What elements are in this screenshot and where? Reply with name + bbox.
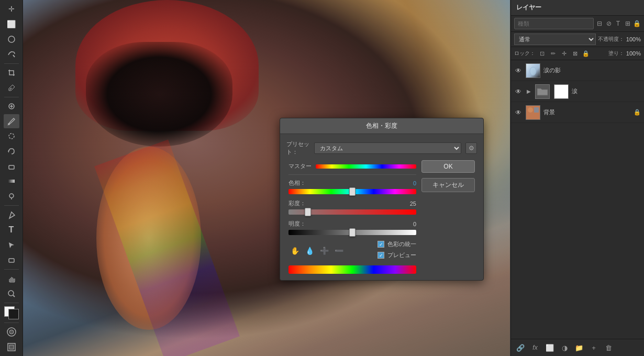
panel-title: レイヤー <box>511 0 644 16</box>
eyedropper-tool[interactable] <box>4 81 19 95</box>
svg-marker-8 <box>8 150 9 153</box>
svg-line-15 <box>13 295 15 297</box>
quick-mask[interactable] <box>4 325 19 339</box>
panel-icon-btn-3[interactable]: T <box>614 18 622 29</box>
separator-3 <box>4 205 19 206</box>
layer-item-background[interactable]: 👁 背景 🔒 <box>511 102 644 123</box>
layer-visibility-toggle-1[interactable]: 👁 <box>514 66 523 75</box>
brightness-slider-thumb[interactable] <box>349 228 356 237</box>
preset-gear-button[interactable]: ⚙ <box>465 142 477 154</box>
path-select-tool[interactable] <box>4 238 19 252</box>
layer-name-2: 涙 <box>572 87 641 95</box>
eyedropper-add-btn[interactable]: ➕ <box>318 244 330 257</box>
lock-transparent-btn[interactable]: ⊡ <box>537 49 547 58</box>
hue-slider-thumb[interactable] <box>349 187 356 196</box>
svg-rect-10 <box>8 180 15 183</box>
screen-mode[interactable] <box>4 340 19 354</box>
pen-tool[interactable] <box>4 208 19 222</box>
gradient-tool[interactable] <box>4 174 19 188</box>
layer-search-input[interactable] <box>514 18 594 29</box>
group-layers-btn[interactable]: 📁 <box>573 341 585 354</box>
delete-layer-btn[interactable]: 🗑 <box>602 341 615 354</box>
crop-tool[interactable] <box>4 66 19 80</box>
ok-button[interactable]: OK <box>421 160 475 173</box>
brightness-header: 明度： 0 <box>288 220 416 228</box>
hue-slider-track[interactable] <box>288 189 416 194</box>
layers-panel: レイヤー ⊟ ⊘ T ⊞ 🔒 通常 不透明度： 100% ロック： ⊡ ✏ ✛ … <box>510 0 644 356</box>
saturation-label: 彩度： <box>288 199 309 207</box>
lock-icons: ⊡ ✏ ✛ ⊠ 🔒 <box>537 49 591 58</box>
hue-value[interactable]: 0 <box>401 180 416 186</box>
type-tool[interactable]: T <box>4 223 19 237</box>
shape-tool[interactable] <box>4 253 19 267</box>
preset-dropdown[interactable]: カスタム <box>314 142 461 154</box>
add-fx-btn[interactable]: fx <box>529 341 541 354</box>
lock-position-btn[interactable]: ✛ <box>559 49 569 58</box>
adjustment-btn[interactable]: ◑ <box>558 341 571 354</box>
dodge-burn-tool[interactable] <box>4 190 19 204</box>
eraser-tool[interactable] <box>4 159 19 173</box>
layer-name-1: 涙の影 <box>543 66 641 74</box>
fill-value[interactable]: 100% <box>626 50 641 57</box>
svg-line-1 <box>13 55 15 57</box>
dialog-title: 色相・彩度 <box>280 118 483 134</box>
background-color[interactable] <box>8 309 19 319</box>
heal-tool[interactable] <box>4 99 19 114</box>
preset-row: プリセット： カスタム ⚙ <box>286 140 477 156</box>
svg-rect-19 <box>9 345 14 349</box>
move-tool[interactable]: ✛ <box>4 2 19 16</box>
brightness-value[interactable]: 0 <box>401 221 416 227</box>
svg-point-17 <box>9 330 14 334</box>
layer-item-tear[interactable]: 👁 ▶ 涙 <box>511 81 644 102</box>
layer-item-tear-shadow[interactable]: 👁 涙の影 <box>511 60 644 81</box>
layers-list: 👁 涙の影 👁 ▶ 涙 👁 <box>511 60 644 339</box>
panel-icon-btn-2[interactable]: ⊘ <box>605 18 613 29</box>
panel-icon-btn-4[interactable]: ⊞ <box>624 18 631 29</box>
layer-thumbnail-1 <box>526 63 540 78</box>
colorize-checkbox[interactable] <box>377 241 384 248</box>
eyedropper-tools: ✋ 💧 ➕ ➖ <box>288 244 345 257</box>
saturation-slider-thumb[interactable] <box>305 208 311 216</box>
preview-checkbox[interactable] <box>377 252 384 259</box>
fill-row: 塗り： 100% <box>608 50 641 57</box>
brush-tool[interactable] <box>4 114 19 128</box>
marquee-tool[interactable]: ⬜ <box>4 17 19 31</box>
new-layer-btn[interactable]: + <box>587 341 600 354</box>
eyedropper-remove-btn[interactable]: ➖ <box>332 244 345 257</box>
add-mask-btn[interactable]: ⬜ <box>543 341 556 354</box>
lock-image-btn[interactable]: ✏ <box>548 49 558 58</box>
blend-mode-select[interactable]: 通常 <box>514 34 596 45</box>
quick-select-tool[interactable] <box>4 47 19 61</box>
clone-tool[interactable] <box>4 129 19 143</box>
panel-icon-btn-1[interactable]: ⊟ <box>595 18 603 29</box>
cancel-button[interactable]: キャンセル <box>421 178 475 192</box>
saturation-section: 彩度： 25 <box>288 199 416 215</box>
zoom-tool[interactable] <box>4 286 19 301</box>
svg-point-20 <box>530 67 536 75</box>
brightness-slider-track[interactable] <box>288 230 416 235</box>
layer-lock-icon-3: 🔒 <box>634 109 641 116</box>
opacity-value[interactable]: 100% <box>626 36 641 42</box>
hand-tool[interactable] <box>4 272 19 286</box>
blend-opacity-row: 通常 不透明度： 100% <box>511 32 644 47</box>
saturation-value[interactable]: 25 <box>401 201 416 207</box>
svg-line-2 <box>10 88 12 90</box>
eyedropper-sample-btn[interactable]: 💧 <box>303 244 316 257</box>
layer-visibility-toggle-3[interactable]: 👁 <box>514 108 523 117</box>
layer-visibility-toggle-2[interactable]: 👁 <box>514 87 523 96</box>
svg-point-14 <box>8 291 14 296</box>
lock-all-btn[interactable]: 🔒 <box>581 49 591 58</box>
color-swatch[interactable] <box>4 306 19 319</box>
saturation-slider-track[interactable] <box>288 209 416 215</box>
layer-expand-arrow-2[interactable]: ▶ <box>526 88 532 95</box>
hand-button[interactable]: ✋ <box>288 244 301 257</box>
link-layers-btn[interactable]: 🔗 <box>514 341 527 354</box>
separator-1 <box>4 63 19 64</box>
layer-name-3: 背景 <box>543 108 630 116</box>
hue-label: 色相： <box>288 179 309 187</box>
lasso-tool[interactable] <box>4 32 19 46</box>
lock-artboard-btn[interactable]: ⊠ <box>570 49 580 58</box>
panel-icon-btn-5[interactable]: 🔒 <box>633 18 641 29</box>
history-brush[interactable] <box>4 144 19 159</box>
dialog-main-content: マスター 色相： 0 <box>286 160 477 274</box>
